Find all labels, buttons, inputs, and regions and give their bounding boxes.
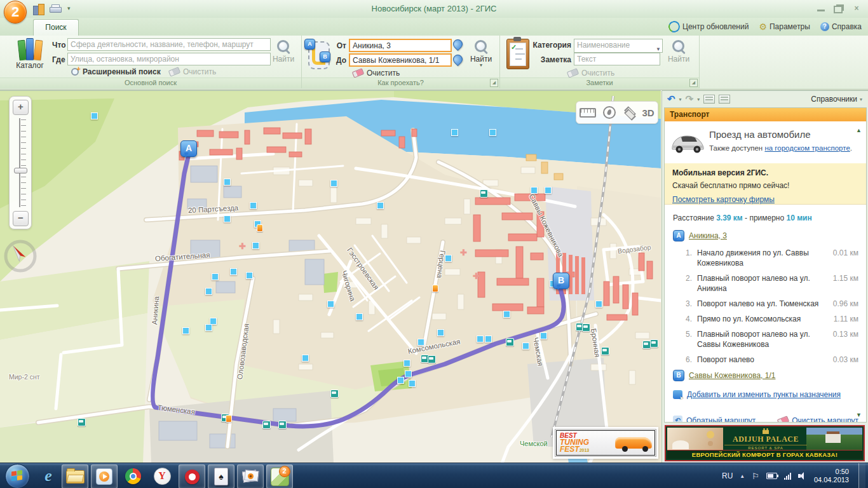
firm-marker-icon[interactable] <box>477 336 484 342</box>
firm-marker-icon[interactable] <box>405 370 412 377</box>
firm-marker-icon[interactable] <box>205 324 212 331</box>
firm-marker-icon[interactable] <box>437 329 444 336</box>
firm-marker-icon[interactable] <box>224 215 231 222</box>
clear-route-link[interactable]: Очистить маршрут <box>792 416 858 423</box>
taskbar-ie[interactable]: e <box>36 464 61 487</box>
firm-marker-icon[interactable] <box>356 313 363 320</box>
public-transport-link[interactable]: на городском транспорте <box>764 144 850 152</box>
compass[interactable] <box>3 238 38 274</box>
firm-marker-icon[interactable] <box>522 342 529 349</box>
reverse-route-link[interactable]: Обратный маршрут <box>686 416 756 423</box>
firm-marker-icon[interactable] <box>230 268 237 275</box>
taskbar-opera[interactable] <box>179 464 205 488</box>
transport-stop-icon[interactable] <box>480 189 488 198</box>
firm-marker-icon[interactable] <box>451 129 458 136</box>
firm-marker-icon[interactable] <box>250 202 257 209</box>
update-center-button[interactable]: Центр обновлений <box>668 21 749 32</box>
firm-marker-icon[interactable] <box>595 301 602 308</box>
pick-to-on-map-icon[interactable] <box>451 53 465 66</box>
category-combo[interactable]: Наименование▼ <box>574 39 663 53</box>
firm-marker-icon[interactable] <box>205 288 212 295</box>
network-icon[interactable] <box>784 473 791 480</box>
rubric-header[interactable]: Транспорт <box>665 108 866 122</box>
firm-marker-icon[interactable] <box>545 187 552 194</box>
transport-stop-icon[interactable] <box>278 421 287 429</box>
split-view-icon[interactable] <box>703 95 715 104</box>
from-input[interactable] <box>349 39 452 52</box>
forward-dropdown-icon[interactable]: ▾ <box>697 97 700 102</box>
scroll-up-icon[interactable]: ▲ <box>856 127 862 133</box>
find-button-route[interactable]: Найти ▾ <box>466 37 496 75</box>
taskbar-chrome[interactable] <box>120 464 146 487</box>
transport-stop-icon[interactable] <box>601 347 609 355</box>
firm-marker-icon[interactable] <box>417 339 424 346</box>
tab-search[interactable]: Поиск <box>33 19 79 36</box>
firm-marker-icon[interactable] <box>212 273 219 280</box>
back-icon[interactable]: ↶ <box>667 95 675 104</box>
minimize-button[interactable] <box>817 4 825 11</box>
list-view-icon[interactable] <box>719 95 730 104</box>
firm-marker-icon[interactable] <box>377 202 384 209</box>
firm-marker-icon[interactable] <box>302 355 309 362</box>
zoom-in-button[interactable]: + <box>13 100 29 115</box>
volume-icon[interactable] <box>798 472 807 480</box>
advanced-search-link[interactable]: Расширенный поиск <box>71 67 161 76</box>
firm-marker-icon[interactable] <box>91 112 98 119</box>
zoom-out-button[interactable]: − <box>13 211 29 226</box>
transport-stop-icon[interactable] <box>330 390 339 398</box>
start-button[interactable] <box>5 464 30 488</box>
back-dropdown-icon[interactable]: ▾ <box>679 97 682 102</box>
firm-marker-icon[interactable] <box>409 380 416 387</box>
transport-stop-icon[interactable] <box>428 355 436 363</box>
where-input[interactable] <box>67 53 271 65</box>
directories-menu[interactable]: Справочники▾ <box>811 95 862 104</box>
poi-orange-icon[interactable] <box>257 224 263 232</box>
forward-icon[interactable]: ↷ <box>686 95 694 104</box>
firm-marker-icon[interactable] <box>182 327 189 334</box>
to-input[interactable] <box>349 53 452 67</box>
action-center-icon[interactable]: ⚐ <box>752 471 759 481</box>
clear-route-fields-link[interactable]: Очистить <box>353 69 400 78</box>
map-ad-banner[interactable]: BEST TUNING FEST2013 <box>555 429 656 457</box>
panel-ad-banner[interactable]: ADIJUH PALACE RESORT & SPA ЕВРОПЕЙСКИЙ К… <box>665 425 865 461</box>
find-button-search[interactable]: Найти <box>268 37 299 75</box>
dialog-launcher-route[interactable] <box>490 79 498 87</box>
map-canvas[interactable]: 20 ПартсъездаОбогатительнаяАникинаОловоз… <box>0 90 661 463</box>
ruler-icon[interactable] <box>580 108 596 118</box>
catalog-button[interactable]: Каталог <box>9 37 51 76</box>
help-button[interactable]: ? Справка <box>820 22 862 31</box>
route-to-link[interactable]: Саввы Кожевникова, 1/1 <box>689 371 775 380</box>
show-desktop-button[interactable] <box>858 463 865 488</box>
transport-stop-icon[interactable] <box>582 323 590 332</box>
firm-marker-icon[interactable] <box>397 377 404 384</box>
transport-stop-icon[interactable] <box>650 339 658 348</box>
battery-icon[interactable] <box>766 473 777 479</box>
firm-marker-icon[interactable] <box>445 255 452 262</box>
firm-card-link[interactable]: Посмотреть карточку фирмы <box>672 195 775 204</box>
zoom-slider-handle[interactable] <box>14 168 27 173</box>
firm-marker-icon[interactable] <box>485 336 492 342</box>
app-logo-2gis[interactable]: 2 <box>4 1 27 24</box>
taskbar-wmp[interactable] <box>91 464 118 488</box>
firm-marker-icon[interactable] <box>330 180 337 187</box>
transport-stop-icon[interactable] <box>78 418 86 426</box>
taskbar-explorer[interactable] <box>62 464 88 488</box>
firm-marker-icon[interactable] <box>327 301 334 308</box>
route-marker-b[interactable]: B <box>553 273 569 289</box>
pick-from-on-map-icon[interactable] <box>451 37 465 51</box>
firm-marker-icon[interactable] <box>403 360 410 367</box>
poi-orange-icon[interactable] <box>226 415 232 423</box>
poi-orange-icon[interactable] <box>432 285 438 292</box>
taskbar-2gis[interactable]: 2 <box>266 464 293 488</box>
traffic-icon[interactable] <box>603 106 616 119</box>
find-button-notes[interactable]: Найти <box>663 37 694 75</box>
firm-marker-icon[interactable] <box>489 129 496 136</box>
firm-marker-icon[interactable] <box>252 242 259 249</box>
mode-3d-button[interactable]: 3D <box>642 107 654 118</box>
firm-marker-icon[interactable] <box>540 332 547 339</box>
transport-stop-icon[interactable] <box>262 421 271 429</box>
route-from-link[interactable]: Аникина, 3 <box>689 231 727 240</box>
clock[interactable]: 0:5004.04.2013 <box>814 468 849 484</box>
taskbar-yandex[interactable]: Y <box>149 464 175 487</box>
route-marker-a[interactable]: A <box>180 140 197 157</box>
